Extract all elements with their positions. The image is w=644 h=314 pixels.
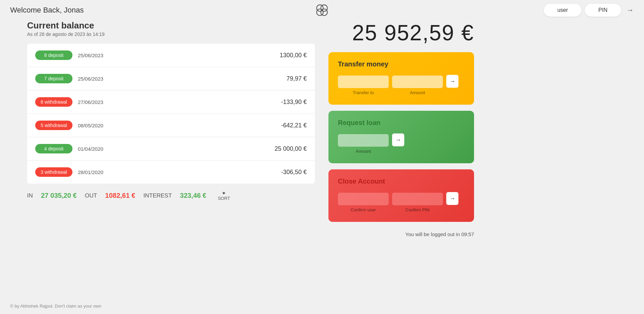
close-user-input[interactable] <box>338 193 389 205</box>
user-button[interactable]: user <box>544 4 581 17</box>
right-panel: 25 952,59 € Transfer money Transfer to A… <box>328 20 474 237</box>
transfer-amount-group: Amount <box>392 76 443 95</box>
stat-out-value: 1082,61 € <box>105 192 135 200</box>
close-submit-button[interactable]: → <box>446 192 458 205</box>
stat-in-label: IN <box>27 192 33 199</box>
transaction-badge: 8 deposit <box>35 50 72 60</box>
transfer-submit-button[interactable]: → <box>446 75 458 88</box>
transaction-row: 7 deposit 25/06/2023 79,97 € <box>27 67 315 90</box>
transaction-date: 25/06/2023 <box>78 53 280 58</box>
transaction-amount: -642,21 € <box>281 122 307 129</box>
transaction-date: 08/05/2020 <box>78 123 281 128</box>
close-user-label: Confirm user <box>351 207 376 212</box>
loan-amount-group: Amount <box>338 134 389 154</box>
transaction-date: 25/06/2023 <box>78 76 286 82</box>
sort-button[interactable]: SORT <box>218 190 230 201</box>
close-pin-group: Confirm PIN <box>392 193 443 212</box>
transaction-badge: 7 deposit <box>35 74 72 83</box>
loan-inputs: Amount → <box>338 133 465 154</box>
transaction-row: 4 deposit 01/04/2020 25 000,00 € <box>27 137 315 161</box>
close-inputs: Confirm user Confirm PIN → <box>338 192 465 212</box>
logo <box>315 3 329 19</box>
header-actions: user PIN → <box>544 4 634 17</box>
logout-timer: You will be logged out in 09:57 <box>328 231 474 237</box>
current-balance: 25 952,59 € <box>328 20 474 45</box>
welcome-text: Welcome Back, Jonas <box>10 6 84 15</box>
sort-label: SORT <box>218 196 230 201</box>
balance-header: Current balance As of 28 de agosto de 20… <box>27 20 315 37</box>
transfer-to-label: Transfer to <box>353 90 374 95</box>
transaction-date: 01/04/2020 <box>78 146 275 152</box>
logout-arrow[interactable]: → <box>626 6 634 15</box>
transfer-amount-input[interactable] <box>392 76 443 88</box>
close-title: Close Account <box>338 177 465 185</box>
loan-title: Request loan <box>338 119 465 127</box>
stat-interest-value: 323,46 € <box>180 192 207 200</box>
loan-amount-label: Amount <box>356 149 371 154</box>
transaction-badge: 3 withdrawal <box>35 167 72 177</box>
svg-point-3 <box>321 9 327 15</box>
main-content: Current balance As of 28 de agosto de 20… <box>0 20 644 237</box>
balance-title: Current balance <box>27 20 315 31</box>
close-pin-input[interactable] <box>392 193 443 205</box>
transaction-row: 5 withdrawal 08/05/2020 -642,21 € <box>27 114 315 137</box>
transaction-date: 28/01/2020 <box>78 169 281 175</box>
transaction-amount: 1300,00 € <box>280 52 307 59</box>
transfer-inputs: Transfer to Amount → <box>338 75 465 95</box>
transfer-amount-label: Amount <box>410 90 425 95</box>
left-panel: Current balance As of 28 de agosto de 20… <box>27 20 315 237</box>
stat-interest-label: INTEREST <box>144 192 172 199</box>
close-user-group: Confirm user <box>338 193 389 212</box>
close-account-card: Close Account Confirm user Confirm PIN → <box>328 169 474 222</box>
stat-in-value: 27 035,20 € <box>41 192 77 200</box>
transfer-to-input[interactable] <box>338 76 389 88</box>
transaction-row: 8 deposit 25/06/2023 1300,00 € <box>27 44 315 67</box>
transaction-amount: -306,50 € <box>281 169 307 176</box>
transaction-amount: -133,90 € <box>281 99 307 106</box>
transactions-scroll[interactable]: 8 deposit 25/06/2023 1300,00 € 7 deposit… <box>27 44 315 184</box>
transaction-amount: 79,97 € <box>286 75 307 82</box>
header: Welcome Back, Jonas user PIN → <box>0 0 644 20</box>
transaction-date: 27/06/2023 <box>78 99 281 105</box>
transaction-row: 6 withdrawal 27/06/2023 -133,90 € <box>27 90 315 114</box>
loan-card: Request loan Amount → <box>328 111 474 163</box>
transfer-to-group: Transfer to <box>338 76 389 95</box>
transaction-amount: 25 000,00 € <box>275 145 307 152</box>
close-pin-label: Confirm PIN <box>406 207 430 212</box>
stat-out-label: OUT <box>85 192 97 199</box>
transaction-row: 3 withdrawal 28/01/2020 -306,50 € <box>27 161 315 184</box>
transfer-title: Transfer money <box>338 60 465 68</box>
loan-submit-button[interactable]: → <box>392 133 404 146</box>
transaction-badge: 5 withdrawal <box>35 121 72 130</box>
balance-subtitle: As of 28 de agosto de 2023 às 14:19 <box>27 32 315 37</box>
loan-amount-input[interactable] <box>338 134 389 147</box>
transaction-badge: 6 withdrawal <box>35 97 72 107</box>
stats-bar: IN 27 035,20 € OUT 1082,61 € INTEREST 32… <box>27 190 315 201</box>
transfer-card: Transfer money Transfer to Amount → <box>328 52 474 105</box>
footer: © by Abhishek Rajput. Don't claim as you… <box>10 303 101 309</box>
transactions-container: 8 deposit 25/06/2023 1300,00 € 7 deposit… <box>27 44 315 184</box>
transaction-badge: 4 deposit <box>35 144 72 153</box>
pin-button[interactable]: PIN <box>585 4 621 17</box>
